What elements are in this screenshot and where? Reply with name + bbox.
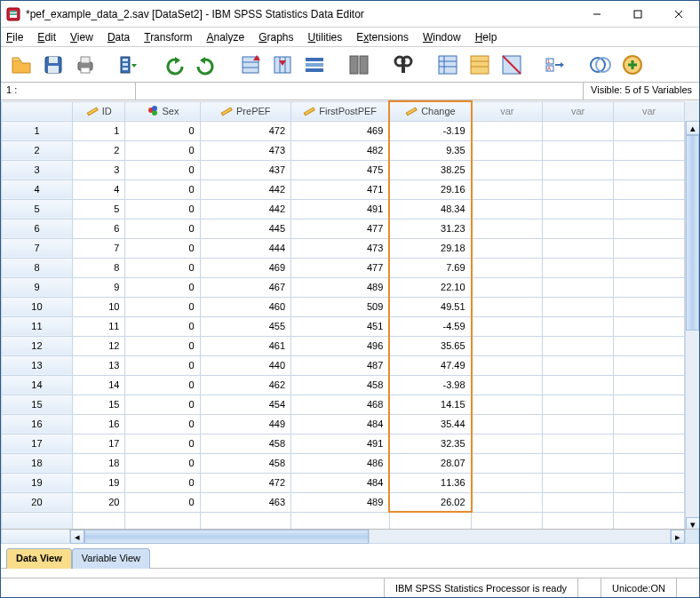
row-number[interactable]: 3 bbox=[2, 160, 73, 179]
table-row[interactable]: 1212046149635.65 bbox=[2, 336, 700, 355]
cell-change[interactable]: 49.51 bbox=[389, 297, 471, 316]
cell-id[interactable]: 19 bbox=[72, 473, 124, 492]
hscroll-thumb[interactable] bbox=[84, 530, 369, 544]
menu-graphs[interactable]: Graphs bbox=[259, 31, 293, 44]
split-file-icon[interactable] bbox=[434, 52, 461, 78]
column-header-empty[interactable]: var bbox=[614, 101, 685, 121]
cell-empty[interactable] bbox=[472, 160, 543, 179]
cell-sex[interactable]: 0 bbox=[125, 492, 200, 512]
cell-empty[interactable] bbox=[543, 179, 614, 199]
cell-prepef[interactable]: 458 bbox=[200, 453, 291, 473]
cell-empty[interactable] bbox=[472, 336, 543, 355]
cell-sex[interactable]: 0 bbox=[125, 434, 200, 453]
cell-empty[interactable] bbox=[614, 414, 685, 434]
row-number[interactable]: 14 bbox=[2, 375, 73, 395]
cell-empty[interactable] bbox=[543, 434, 614, 453]
open-icon[interactable] bbox=[8, 52, 35, 78]
column-header-empty[interactable]: var bbox=[472, 101, 543, 121]
use-sets-icon[interactable] bbox=[587, 52, 614, 78]
table-row[interactable]: 1717045849132.35 bbox=[2, 434, 700, 453]
cell-change[interactable]: 7.69 bbox=[389, 258, 471, 277]
cell-empty[interactable] bbox=[614, 375, 685, 395]
menu-data[interactable]: Data bbox=[107, 31, 130, 44]
cell-empty[interactable] bbox=[472, 414, 543, 434]
column-header-change[interactable]: Change bbox=[389, 101, 471, 121]
cell-firstpostpef[interactable]: 477 bbox=[291, 219, 390, 238]
cell-empty[interactable] bbox=[543, 414, 614, 434]
cell-firstpostpef[interactable]: 489 bbox=[291, 277, 390, 297]
cell-firstpostpef[interactable]: 477 bbox=[291, 258, 390, 277]
row-number[interactable]: 6 bbox=[2, 219, 73, 238]
cell-change[interactable]: -4.59 bbox=[389, 316, 471, 336]
cell-empty[interactable] bbox=[614, 434, 685, 453]
row-number[interactable]: 4 bbox=[2, 179, 73, 199]
table-row[interactable]: 77044447329.18 bbox=[2, 238, 700, 258]
cell-sex[interactable]: 0 bbox=[125, 199, 200, 219]
cell-empty[interactable] bbox=[472, 473, 543, 492]
cell-empty[interactable] bbox=[472, 395, 543, 414]
cell-sex[interactable]: 0 bbox=[125, 453, 200, 473]
find-icon[interactable] bbox=[390, 52, 417, 78]
cell-sex[interactable]: 0 bbox=[125, 395, 200, 414]
cell-firstpostpef[interactable]: 491 bbox=[291, 434, 390, 453]
cell-sex[interactable]: 0 bbox=[125, 160, 200, 179]
cell-empty[interactable] bbox=[472, 121, 543, 140]
row-number[interactable]: 7 bbox=[2, 238, 73, 258]
cell-id[interactable]: 3 bbox=[72, 160, 124, 179]
cell-empty[interactable] bbox=[543, 336, 614, 355]
cell-prepef[interactable]: 454 bbox=[200, 395, 291, 414]
table-row[interactable]: 33043747538.25 bbox=[2, 160, 700, 179]
cell-firstpostpef[interactable]: 486 bbox=[291, 453, 390, 473]
menu-window[interactable]: Window bbox=[423, 31, 461, 44]
close-button[interactable] bbox=[658, 1, 699, 28]
cell-prepef[interactable]: 449 bbox=[200, 414, 291, 434]
row-number[interactable]: 18 bbox=[2, 453, 73, 473]
row-number[interactable]: 9 bbox=[2, 277, 73, 297]
column-header-id[interactable]: ID bbox=[72, 101, 124, 121]
cell-prepef[interactable]: 467 bbox=[200, 277, 291, 297]
cell-empty[interactable] bbox=[614, 492, 685, 512]
cell-id[interactable]: 10 bbox=[72, 297, 124, 316]
cell-empty[interactable] bbox=[614, 179, 685, 199]
cell-prepef[interactable]: 463 bbox=[200, 492, 291, 512]
cell-prepef[interactable]: 473 bbox=[200, 140, 291, 160]
cell-sex[interactable]: 0 bbox=[125, 179, 200, 199]
cell-prepef[interactable]: 462 bbox=[200, 375, 291, 395]
row-number[interactable]: 20 bbox=[2, 492, 73, 512]
table-row[interactable]: 2020046348926.02 bbox=[2, 492, 700, 512]
cell-empty[interactable] bbox=[614, 160, 685, 179]
save-icon[interactable] bbox=[40, 52, 67, 78]
cell-prepef[interactable]: 442 bbox=[200, 179, 291, 199]
cell-empty[interactable] bbox=[472, 238, 543, 258]
cell-sex[interactable]: 0 bbox=[125, 297, 200, 316]
cell-empty[interactable] bbox=[543, 473, 614, 492]
cell-prepef[interactable]: 437 bbox=[200, 160, 291, 179]
cell-change[interactable]: 47.49 bbox=[389, 355, 471, 375]
row-number[interactable]: 5 bbox=[2, 199, 73, 219]
cell-empty[interactable] bbox=[472, 453, 543, 473]
cell-change[interactable]: 32.35 bbox=[389, 434, 471, 453]
row-number[interactable]: 13 bbox=[2, 355, 73, 375]
cell-firstpostpef[interactable]: 471 bbox=[291, 179, 390, 199]
cell-empty[interactable] bbox=[472, 277, 543, 297]
cell-id[interactable]: 8 bbox=[72, 258, 124, 277]
cell-change[interactable]: 26.02 bbox=[389, 492, 471, 512]
cell-id[interactable]: 1 bbox=[72, 121, 124, 140]
cell-empty[interactable] bbox=[543, 297, 614, 316]
cell-empty[interactable] bbox=[614, 355, 685, 375]
cell-sex[interactable]: 0 bbox=[125, 336, 200, 355]
minimize-button[interactable] bbox=[577, 1, 617, 28]
cell-empty[interactable] bbox=[472, 316, 543, 336]
row-number[interactable]: 8 bbox=[2, 258, 73, 277]
cell-empty[interactable] bbox=[472, 434, 543, 453]
table-row[interactable]: 1515045446814.15 bbox=[2, 395, 700, 414]
menu-edit[interactable]: Edit bbox=[37, 31, 56, 44]
table-row[interactable]: 8804694777.69 bbox=[2, 258, 700, 277]
cell-prepef[interactable]: 442 bbox=[200, 199, 291, 219]
data-grid[interactable]: ID Sex PrePEF FirstPostPEF Change var va… bbox=[1, 100, 699, 529]
row-number[interactable]: 12 bbox=[2, 336, 73, 355]
cell-id[interactable]: 6 bbox=[72, 219, 124, 238]
vscroll-thumb[interactable] bbox=[686, 135, 699, 331]
cell-change[interactable]: 38.25 bbox=[389, 160, 471, 179]
cell-empty[interactable] bbox=[472, 492, 543, 512]
